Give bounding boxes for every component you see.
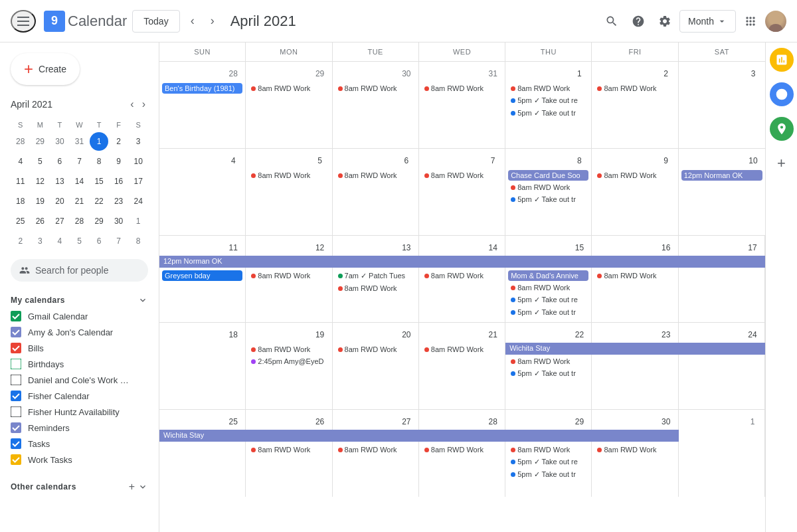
mini-cal-day[interactable]: 30 [110,212,128,230]
calendar-cell[interactable]: 298am RWD Work [246,62,332,148]
mini-cal-day[interactable]: 2 [110,132,128,151]
calendar-event[interactable]: 8am RWD Work [422,170,502,181]
calendar-event[interactable]: 8am RWD Work [594,444,675,455]
add-other-calendar-icon[interactable]: + [129,481,135,493]
mini-cal-day[interactable]: 8 [90,152,108,171]
calendar-checkbox[interactable] [11,406,21,417]
day-number[interactable]: 23 [657,325,675,344]
mini-cal-day[interactable]: 9 [110,152,128,171]
right-icon-1[interactable] [770,48,794,72]
calendar-checkbox[interactable] [11,359,21,369]
calendar-checkbox[interactable] [11,391,21,401]
calendar-cell[interactable]: 18 [159,323,246,409]
day-number[interactable]: 2 [657,64,675,83]
calendar-cell[interactable]: 298am RWD Work5pm ✓ Take out re5pm ✓ Tak… [505,410,592,497]
calendar-event[interactable]: 5pm ✓ Take out tr [508,368,588,379]
mini-cal-day[interactable]: 1 [90,132,108,151]
calendar-event[interactable]: 8am RWD Work [248,344,329,355]
day-number[interactable]: 29 [311,64,329,83]
settings-button[interactable] [653,9,677,33]
calendar-event[interactable]: Greysen bday [162,270,242,281]
mini-cal-day[interactable]: 4 [50,232,69,250]
calendar-event[interactable]: 8am RWD Work [248,170,329,181]
calendar-cell[interactable]: 8Chase Card Due Soo8am RWD Work5pm ✓ Tak… [505,149,592,235]
user-avatar[interactable] [765,11,786,32]
other-calendars-header[interactable]: Other calendars + [0,478,159,495]
calendar-cell[interactable]: 78am RWD Work [419,149,505,235]
calendar-item[interactable]: Reminders [0,420,159,436]
calendar-cell[interactable]: 25 [159,410,246,497]
calendar-checkbox[interactable] [11,422,21,433]
calendar-cell[interactable]: 148am RWD Work [419,236,505,322]
day-number[interactable]: 6 [397,151,416,170]
day-number[interactable]: 22 [570,325,588,344]
calendar-item[interactable]: Daniel and Cole's Work Sc... [0,372,159,388]
day-number[interactable]: 25 [224,412,242,431]
mini-calendar-prev[interactable]: ‹ [128,96,136,113]
mini-cal-day[interactable]: 7 [70,152,88,171]
mini-cal-day[interactable]: 20 [50,192,69,211]
mini-cal-day[interactable]: 31 [70,132,88,151]
mini-cal-day[interactable]: 7 [110,232,128,250]
calendar-cell[interactable]: 308am RWD Work [592,410,678,497]
today-button[interactable]: Today [132,10,179,33]
mini-cal-day[interactable]: 13 [50,172,69,191]
calendar-item[interactable]: Gmail Calendar [0,308,159,324]
day-number[interactable]: 9 [657,151,675,170]
multiday-event-bar[interactable]: Wichita Stay [159,430,679,442]
mini-cal-day[interactable]: 12 [31,172,49,191]
calendar-item[interactable]: Tasks [0,436,159,452]
calendar-event[interactable]: 8am RWD Work [248,444,329,455]
day-number[interactable]: 18 [224,325,242,344]
mini-cal-day[interactable]: 5 [31,152,49,171]
calendar-event[interactable]: 5pm ✓ Take out re [508,95,588,106]
calendar-event[interactable]: 8am RWD Work [508,356,588,367]
calendar-event[interactable]: 8am RWD Work [508,83,588,94]
calendar-item[interactable]: Work Tasks [0,452,159,468]
apps-button[interactable] [739,9,762,33]
mini-cal-day[interactable]: 3 [31,232,49,250]
mini-cal-day[interactable]: 19 [31,192,49,211]
calendar-event[interactable]: 8am RWD Work [508,282,588,293]
day-number[interactable]: 26 [311,412,329,431]
mini-cal-day[interactable]: 6 [90,232,108,250]
day-number[interactable]: 28 [484,412,502,431]
day-number[interactable]: 19 [311,325,329,344]
calendar-cell[interactable]: 1 [679,410,765,497]
mini-cal-day[interactable]: 14 [70,172,88,191]
calendar-checkbox[interactable] [11,311,21,321]
calendar-event[interactable]: 5pm ✓ Take out re [508,456,588,468]
calendar-cell[interactable]: 278am RWD Work [333,410,419,497]
calendar-checkbox[interactable] [11,343,21,353]
calendar-cell[interactable]: 98am RWD Work [592,149,678,235]
day-number[interactable]: 5 [311,151,329,170]
calendar-event[interactable]: 8am RWD Work [335,83,416,94]
next-month-button[interactable]: › [205,9,220,33]
calendar-item[interactable]: Amy & Jon's Calendar [0,324,159,340]
day-number[interactable]: 20 [397,325,416,344]
mini-cal-day[interactable]: 27 [50,212,69,230]
calendar-cell[interactable]: 288am RWD Work [419,410,505,497]
calendar-event[interactable]: 5pm ✓ Take out tr [508,108,588,119]
calendar-event[interactable]: 8am RWD Work [335,344,416,355]
calendar-cell[interactable]: 208am RWD Work [333,323,419,409]
calendar-event[interactable]: 8am RWD Work [248,83,329,94]
calendar-cell[interactable]: 137am ✓ Patch Tues8am RWD Work [333,236,419,322]
mini-cal-day[interactable]: 15 [90,172,108,191]
calendar-event[interactable]: 5pm ✓ Take out tr [508,469,588,480]
prev-month-button[interactable]: ‹ [185,9,200,33]
mini-cal-day[interactable]: 5 [70,232,88,250]
calendar-cell[interactable]: 318am RWD Work [419,62,505,148]
day-number[interactable]: 1 [743,412,762,431]
search-button[interactable] [600,9,624,33]
calendar-checkbox[interactable] [11,327,21,337]
calendar-cell[interactable]: 28Ben's Birthday (1981) [159,62,246,148]
day-number[interactable]: 7 [484,151,502,170]
calendar-cell[interactable]: 18am RWD Work5pm ✓ Take out re5pm ✓ Take… [505,62,592,148]
day-number[interactable]: 28 [224,64,242,83]
mini-cal-day[interactable]: 16 [110,172,128,191]
calendar-event[interactable]: Mom & Dad's Annive [508,270,588,281]
calendar-event[interactable]: 8am RWD Work [422,270,502,281]
calendar-cell[interactable]: 168am RWD Work [592,236,678,322]
mini-cal-day[interactable]: 3 [129,132,147,151]
